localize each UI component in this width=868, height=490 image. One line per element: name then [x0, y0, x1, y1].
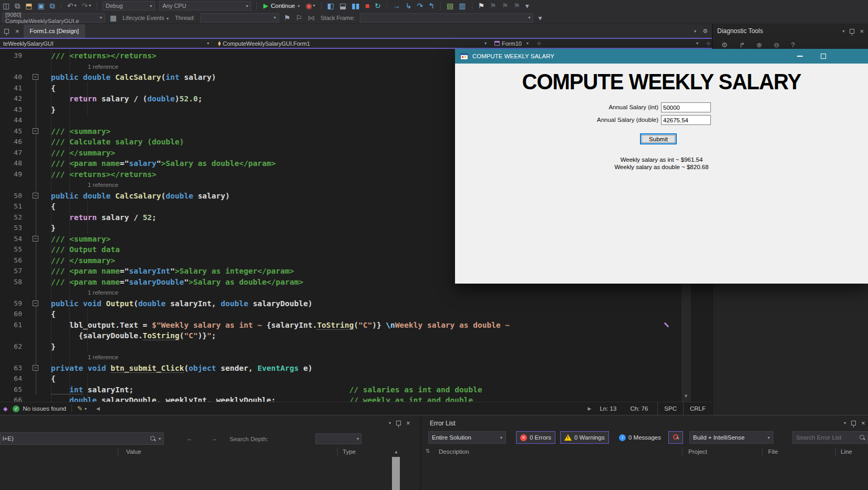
- help-icon[interactable]: ?: [791, 41, 794, 49]
- toolbar-overflow-icon[interactable]: ▾: [538, 14, 542, 22]
- code-line[interactable]: 62}: [0, 341, 681, 352]
- hot-reload-icon[interactable]: ◉▾: [306, 2, 315, 9]
- annual-salary-double-field[interactable]: [661, 115, 711, 125]
- step-out-icon[interactable]: ↰: [428, 2, 435, 9]
- line-number[interactable]: 42: [0, 93, 29, 105]
- code-text[interactable]: /// <returns></returns>: [51, 50, 157, 61]
- code-text[interactable]: /// </summary>: [51, 148, 115, 159]
- step-into-icon[interactable]: ↳: [406, 2, 412, 9]
- type-dropdown[interactable]: ⧫ ComputeWeeklySalaryGUI.Form1: [218, 39, 310, 48]
- line-number[interactable]: 60: [0, 309, 29, 320]
- fold-toggle-icon[interactable]: −: [33, 365, 38, 371]
- code-text[interactable]: /// </summary>: [51, 255, 115, 266]
- fold-toggle-icon[interactable]: −: [33, 193, 38, 199]
- annual-salary-int-field[interactable]: [661, 102, 711, 112]
- messages-filter-button[interactable]: i 0 Messages: [615, 431, 665, 444]
- line-number[interactable]: 53: [0, 223, 29, 234]
- codelens-row[interactable]: 1 reference: [0, 287, 681, 298]
- bookmark-icon[interactable]: ⚑: [478, 2, 485, 9]
- line-number[interactable]: 39: [0, 50, 29, 61]
- error-list-search-input[interactable]: [795, 434, 859, 441]
- code-text[interactable]: {: [51, 83, 56, 94]
- code-text[interactable]: /// <param name="salary">Salary as doubl…: [51, 158, 276, 169]
- split-window-icon[interactable]: ⊹: [537, 39, 541, 48]
- scrollbar-thumb[interactable]: [392, 457, 400, 490]
- code-text[interactable]: {: [51, 309, 56, 320]
- chevron-down-icon[interactable]: ▾: [85, 406, 87, 411]
- line-number[interactable]: 63: [0, 363, 29, 374]
- fold-toggle-icon[interactable]: −: [33, 236, 38, 242]
- continue-button[interactable]: ▶Continue▾: [263, 2, 299, 9]
- flag-threads-icon[interactable]: ⚐: [295, 14, 302, 22]
- document-health-icon[interactable]: ◆: [3, 405, 7, 412]
- quick-action-icon[interactable]: [663, 321, 669, 329]
- column-header-type[interactable]: Type: [343, 449, 356, 455]
- line-number[interactable]: 43: [0, 105, 29, 116]
- code-text[interactable]: private void btn_submit_Click(object sen…: [51, 363, 313, 374]
- codelens-references[interactable]: 1 reference: [51, 180, 118, 191]
- line-number[interactable]: 48: [0, 158, 29, 169]
- code-line[interactable]: 63−private void btn_submit_Click(object …: [0, 363, 681, 374]
- gear-icon[interactable]: ⚙: [721, 41, 728, 49]
- warnings-filter-button[interactable]: 0 Warnings: [560, 431, 609, 444]
- pin-icon[interactable]: [4, 29, 9, 34]
- diagnostics-icon[interactable]: ◧: [327, 2, 334, 9]
- line-number[interactable]: 57: [0, 266, 29, 277]
- issues-status[interactable]: No issues found: [23, 405, 66, 412]
- next-bookmark-icon[interactable]: ⚑: [502, 2, 509, 9]
- code-text[interactable]: /// Calculate salary (double): [51, 137, 184, 148]
- sort-icon[interactable]: ⇅: [426, 448, 430, 454]
- code-text[interactable]: return salary / (double)52.0;: [51, 93, 202, 105]
- line-number[interactable]: 40: [0, 72, 29, 83]
- code-line[interactable]: 61 lbl_output.Text = $"Weekly salary as …: [0, 320, 681, 331]
- restart-icon[interactable]: ↻: [375, 2, 381, 9]
- column-divider[interactable]: [118, 448, 118, 456]
- code-text[interactable]: /// <summary>: [51, 234, 111, 245]
- line-number[interactable]: [0, 180, 29, 191]
- save-all-icon[interactable]: ⧉: [50, 2, 55, 9]
- line-number[interactable]: 56: [0, 255, 29, 266]
- flag-icon[interactable]: ⚑: [284, 14, 291, 22]
- configuration-dropdown[interactable]: Debug▾: [102, 1, 155, 11]
- preview-window-icon[interactable]: ⬓: [339, 2, 346, 9]
- fold-toggle-icon[interactable]: −: [33, 74, 38, 80]
- watch-search-box[interactable]: ▾: [0, 432, 164, 445]
- chevron-down-icon[interactable]: ▾: [696, 39, 698, 48]
- code-text[interactable]: public double CalcSalary(int salary): [51, 72, 216, 83]
- open-folder-icon[interactable]: ⬒: [25, 2, 32, 9]
- code-text[interactable]: {: [51, 373, 56, 384]
- chevron-down-icon[interactable]: ▾: [844, 421, 846, 425]
- search-icon[interactable]: [859, 434, 865, 441]
- project-dropdown[interactable]: teWeeklySalaryGUI: [3, 39, 54, 48]
- chevron-down-icon[interactable]: ▾: [389, 421, 391, 425]
- submit-button[interactable]: Submit: [640, 133, 677, 144]
- split-grip-icon[interactable]: ⊹: [706, 39, 710, 48]
- line-number[interactable]: 46: [0, 137, 29, 148]
- watch-search-input[interactable]: [1, 435, 150, 442]
- code-line[interactable]: 59−public void Output(double salaryInt, …: [0, 298, 681, 309]
- code-text[interactable]: {: [51, 201, 56, 212]
- line-number[interactable]: 49: [0, 169, 29, 180]
- code-line[interactable]: 60{: [0, 309, 681, 320]
- code-line[interactable]: 66 double salaryDouble, weeklyInt, weekl…: [0, 395, 681, 402]
- chevron-down-icon[interactable]: ▾: [207, 39, 209, 48]
- close-icon[interactable]: ×: [861, 420, 865, 426]
- close-icon[interactable]: ×: [406, 420, 410, 426]
- pin-icon[interactable]: [851, 421, 856, 425]
- window-titlebar[interactable]: COMPUTE WEEKLY SALARY: [455, 49, 868, 64]
- stack-frame-label[interactable]: Stack Frame:: [321, 15, 355, 21]
- code-line[interactable]: 64{: [0, 373, 681, 384]
- line-number[interactable]: 55: [0, 244, 29, 255]
- call-stack-icon[interactable]: ▥: [459, 2, 466, 9]
- column-header-description[interactable]: Description: [439, 449, 469, 455]
- zoom-out-icon[interactable]: ⊖: [773, 41, 779, 49]
- code-text[interactable]: }: [51, 223, 56, 234]
- prev-bookmark-icon[interactable]: ⚑: [490, 2, 497, 9]
- chevron-down-icon[interactable]: ▾: [694, 29, 696, 34]
- process-dropdown[interactable]: [9080] ComputeWeeklySalaryGUI.e▾: [2, 13, 105, 23]
- build-filter-dropdown[interactable]: Build + IntelliSense ▾: [689, 431, 773, 444]
- threads-list-icon[interactable]: ▤: [447, 2, 453, 9]
- stack-frame-dropdown[interactable]: ▾: [360, 13, 533, 23]
- member-dropdown[interactable]: Form10: [494, 39, 522, 48]
- tab-form1-design[interactable]: Form1.cs [Design]: [24, 24, 85, 38]
